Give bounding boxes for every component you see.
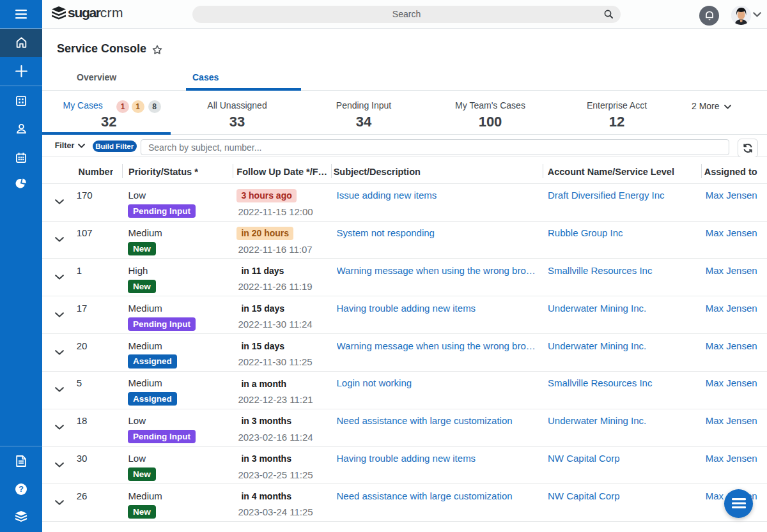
svg-text:?: ?	[19, 485, 24, 494]
